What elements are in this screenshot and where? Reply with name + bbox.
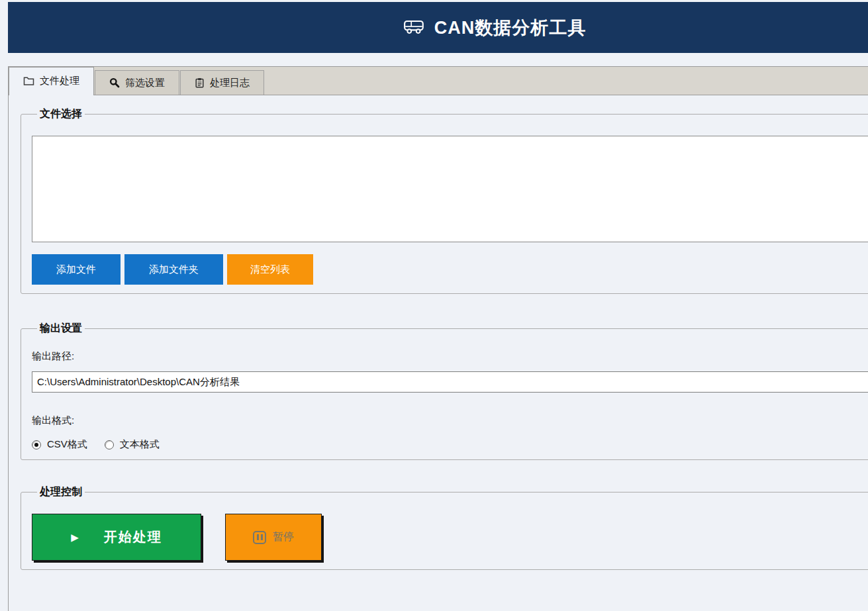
tab-label: 文件处理 [40,75,79,87]
output-settings-group: 输出设置 输出路径: 输出格式: CSV格式 文本格式 [21,322,868,460]
radio-text-format[interactable]: 文本格式 [105,438,160,451]
radio-button-icon[interactable] [32,440,41,449]
process-control-group: 处理控制 ▶ 开始处理 暂停 [21,486,868,570]
folder-icon [23,76,34,86]
add-file-button[interactable]: 添加文件 [32,254,121,285]
tab-file-processing[interactable]: 文件处理 [9,67,94,95]
tab-bar: 文件处理 筛选设置 [8,66,868,95]
output-path-input[interactable] [32,371,868,393]
play-icon: ▶ [71,532,79,542]
tab-panel-file-processing: 文件选择 添加文件 添加文件夹 清空列表 输出设置 输出路径: 输出格式: CS… [8,95,868,611]
file-listbox[interactable] [32,136,868,242]
clear-list-button[interactable]: 清空列表 [227,254,313,285]
output-path-label: 输出路径: [32,350,868,363]
car-icon [403,18,426,38]
output-format-options: CSV格式 文本格式 [32,438,868,451]
tab-label: 筛选设置 [125,77,165,89]
radio-label: 文本格式 [120,438,160,451]
pause-button-label: 暂停 [273,530,294,544]
file-button-row: 添加文件 添加文件夹 清空列表 [32,254,868,285]
page-title: CAN数据分析工具 [434,16,587,40]
add-folder-button[interactable]: 添加文件夹 [124,254,223,285]
clipboard-icon [195,77,205,88]
radio-csv-format[interactable]: CSV格式 [32,438,87,451]
app-window: CAN数据分析工具 文件处理 筛选设置 [0,0,868,611]
file-selection-group: 文件选择 添加文件 添加文件夹 清空列表 [21,108,868,294]
radio-label: CSV格式 [47,438,87,451]
search-icon [109,77,120,88]
file-selection-legend: 文件选择 [37,108,85,120]
tab-processing-log[interactable]: 处理日志 [180,70,264,95]
pause-icon [253,531,266,544]
process-control-legend: 处理控制 [37,486,85,498]
app-header: CAN数据分析工具 [8,2,868,53]
radio-button-icon[interactable] [105,440,114,449]
tab-filter-settings[interactable]: 筛选设置 [95,70,179,95]
start-processing-button[interactable]: ▶ 开始处理 [32,514,201,561]
control-button-row: ▶ 开始处理 暂停 [32,514,868,561]
output-settings-legend: 输出设置 [37,322,85,334]
pause-button[interactable]: 暂停 [225,514,322,561]
start-button-label: 开始处理 [104,528,162,546]
tab-label: 处理日志 [210,77,250,89]
notebook: 文件处理 筛选设置 [8,66,868,611]
output-format-label: 输出格式: [32,414,868,427]
